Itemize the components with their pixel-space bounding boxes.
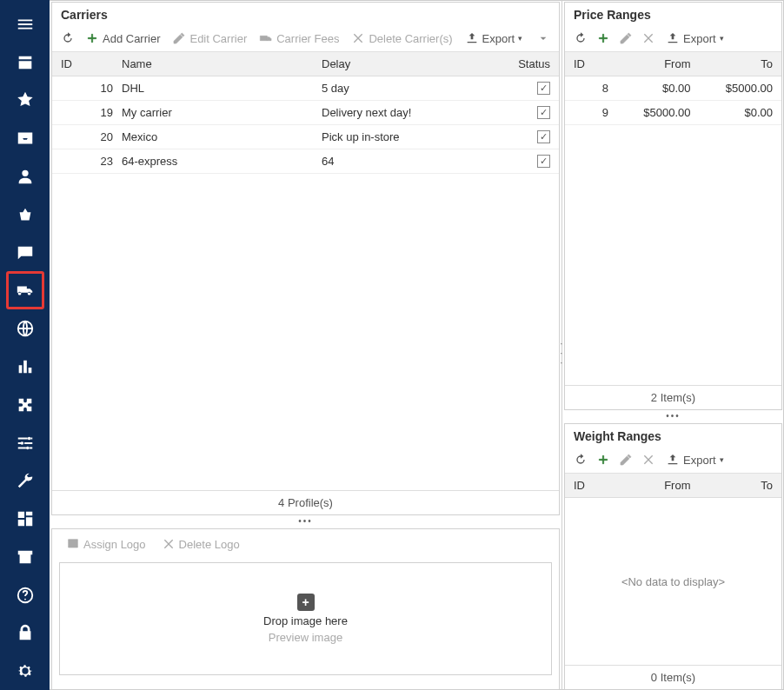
cell-name: 64-express (122, 155, 322, 168)
weight-toolbar: Export (565, 447, 781, 474)
cell-status: ✓ (478, 106, 550, 119)
cell-to: $5000.00 (691, 82, 774, 95)
vsplit-handle[interactable]: ··· (559, 339, 564, 368)
table-row[interactable]: 9$5000.00$0.00 (565, 101, 781, 125)
price-footer: 2 Item(s) (565, 385, 781, 409)
weight-refresh-button[interactable] (570, 450, 591, 469)
hsplit-handle[interactable]: ••• (50, 515, 561, 527)
weight-add-button[interactable] (593, 450, 614, 469)
refresh-button[interactable] (57, 29, 78, 48)
wcol-from[interactable]: From (608, 479, 691, 492)
store-icon[interactable] (6, 43, 44, 82)
pcol-id[interactable]: ID (574, 57, 608, 70)
weight-ranges-panel: Weight Ranges Export ID From To <No data… (564, 423, 782, 690)
status-checkbox[interactable]: ✓ (537, 155, 550, 168)
carriers-footer: 4 Profile(s) (52, 490, 559, 514)
table-row[interactable]: 8$0.00$5000.00 (565, 76, 781, 101)
lock-icon[interactable] (6, 614, 44, 653)
svg-point-2 (20, 441, 23, 445)
carrier-fees-button[interactable]: Carrier Fees (254, 29, 344, 48)
table-row[interactable]: 2364-express64✓ (52, 149, 559, 174)
wcol-id[interactable]: ID (574, 479, 608, 492)
globe-icon[interactable] (6, 309, 44, 348)
status-checkbox[interactable]: ✓ (537, 82, 550, 95)
cell-id: 10 (61, 82, 122, 95)
price-body: 8$0.00$5000.009$5000.00$0.00 (565, 76, 781, 385)
svg-point-3 (25, 446, 29, 449)
assign-logo-button[interactable]: Assign Logo (61, 534, 151, 554)
delete-logo-button[interactable]: Delete Logo (156, 534, 245, 554)
menu-icon[interactable] (6, 5, 44, 43)
cell-from: $0.00 (608, 82, 691, 95)
cell-from: $5000.00 (608, 106, 691, 119)
chart-icon[interactable] (6, 348, 44, 386)
price-edit-button[interactable] (615, 29, 636, 48)
star-icon[interactable] (6, 82, 44, 120)
svg-point-1 (27, 436, 30, 440)
cell-delay: Pick up in-store (322, 130, 478, 143)
cell-id: 19 (61, 106, 122, 119)
price-refresh-button[interactable] (570, 29, 591, 48)
carriers-overflow-button[interactable] (533, 29, 554, 48)
cell-name: DHL (122, 82, 322, 95)
weight-nodata: <No data to display> (565, 498, 781, 665)
weight-title: Weight Ranges (565, 424, 781, 447)
cell-name: My carrier (122, 106, 322, 119)
cell-delay: Delivery next day! (322, 106, 478, 119)
pcol-from[interactable]: From (608, 57, 691, 70)
price-export-button[interactable]: Export (661, 29, 729, 48)
table-row[interactable]: 19My carrierDelivery next day!✓ (52, 101, 559, 125)
wcol-to[interactable]: To (691, 479, 774, 492)
logo-panel: Assign Logo Delete Logo + Drop image her… (51, 528, 560, 690)
status-checkbox[interactable]: ✓ (537, 130, 550, 143)
sliders-icon[interactable] (6, 424, 44, 462)
weight-export-button[interactable]: Export (661, 450, 729, 469)
col-delay[interactable]: Delay (322, 57, 478, 70)
status-checkbox[interactable]: ✓ (537, 106, 550, 119)
cell-status: ✓ (478, 155, 550, 168)
add-carrier-button[interactable]: Add Carrier (80, 29, 165, 48)
edit-carrier-button[interactable]: Edit Carrier (167, 29, 252, 48)
cell-name: Mexico (122, 130, 322, 143)
dropzone-text: Drop image here (263, 614, 348, 627)
help-icon[interactable] (6, 576, 44, 614)
chat-icon[interactable] (6, 234, 44, 272)
carriers-header: ID Name Delay Status (52, 52, 559, 76)
puzzle-icon[interactable] (6, 386, 44, 424)
table-row[interactable]: 10DHL5 day✓ (52, 76, 559, 101)
cell-id: 23 (61, 155, 122, 168)
logo-dropzone[interactable]: + Drop image here Preview image (59, 562, 552, 675)
cell-id: 8 (574, 82, 608, 95)
truck-icon[interactable] (6, 271, 44, 309)
basket-icon[interactable] (6, 196, 44, 234)
price-toolbar: Export (565, 25, 781, 52)
price-ranges-panel: Price Ranges Export ID From To 8$0.00$50… (564, 2, 782, 410)
weight-edit-button[interactable] (615, 450, 636, 469)
sidebar (0, 0, 50, 690)
dashboard-icon[interactable] (6, 500, 44, 538)
wrench-icon[interactable] (6, 461, 44, 500)
weight-header: ID From To (565, 474, 781, 498)
export-carriers-button[interactable]: Export (460, 29, 528, 48)
cell-status: ✓ (478, 82, 550, 95)
cell-id: 20 (61, 130, 122, 143)
cell-delay: 5 day (322, 82, 478, 95)
cell-delay: 64 (322, 155, 478, 168)
price-title: Price Ranges (565, 3, 781, 25)
archive-icon[interactable] (6, 538, 44, 576)
table-row[interactable]: 20MexicoPick up in-store✓ (52, 125, 559, 149)
person-icon[interactable] (6, 157, 44, 196)
col-status[interactable]: Status (478, 57, 550, 70)
delete-carrier-button[interactable]: Delete Carrier(s) (346, 29, 457, 48)
price-header: ID From To (565, 52, 781, 76)
dropzone-preview-text: Preview image (269, 631, 342, 644)
pcol-to[interactable]: To (691, 57, 774, 70)
inbox-icon[interactable] (6, 119, 44, 157)
price-add-button[interactable] (593, 29, 614, 48)
hsplit-handle-right[interactable]: ••• (562, 410, 784, 421)
gear-icon[interactable] (6, 652, 44, 690)
weight-delete-button[interactable] (638, 450, 659, 469)
price-delete-button[interactable] (638, 29, 659, 48)
col-name[interactable]: Name (122, 57, 322, 70)
col-id[interactable]: ID (61, 57, 122, 70)
